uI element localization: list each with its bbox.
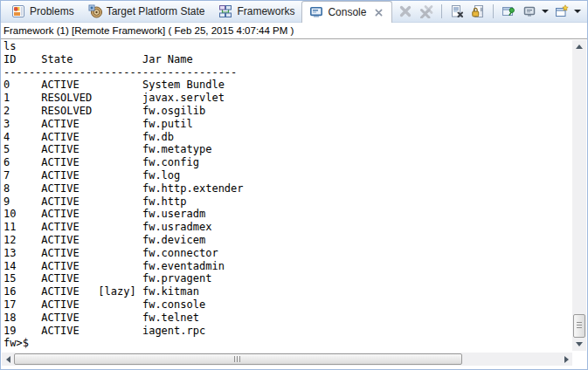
display-console-dropdown-icon[interactable]: [542, 10, 549, 13]
pin-console-icon[interactable]: [501, 3, 516, 19]
vertical-scrollbar[interactable]: [572, 40, 586, 351]
open-console-dropdown-icon[interactable]: [574, 10, 581, 13]
console-title-line: Framework (1) [Remote Framework] ( Feb 2…: [1, 23, 587, 39]
scroll-up-icon[interactable]: [572, 40, 586, 53]
display-selected-console-icon[interactable]: [522, 3, 537, 19]
remove-all-terminated-icon[interactable]: [419, 3, 434, 19]
scroll-down-icon[interactable]: [572, 338, 586, 351]
tab-target-platform-state[interactable]: Target Platform State: [81, 1, 212, 22]
vertical-scrollbar-thumb[interactable]: [573, 314, 585, 338]
horizontal-scrollbar-thumb[interactable]: [14, 353, 462, 365]
problems-icon: [11, 4, 25, 18]
scroll-lock-icon[interactable]: [470, 3, 486, 19]
console-toolbar: [392, 1, 588, 22]
console-view-window: Problems Target Platform State Framework…: [0, 0, 588, 370]
tab-label: Console: [328, 6, 366, 18]
tab-frameworks[interactable]: Frameworks: [211, 1, 301, 22]
open-console-icon[interactable]: [554, 3, 570, 19]
tab-problems[interactable]: Problems: [4, 1, 81, 22]
toolbar-separator: [441, 4, 442, 18]
tab-console[interactable]: Console: [301, 1, 392, 23]
tab-label: Frameworks: [237, 5, 294, 17]
console-icon: [309, 5, 323, 19]
scroll-right-icon[interactable]: [560, 353, 572, 366]
horizontal-scrollbar[interactable]: [2, 353, 572, 366]
console-output-area: ls ID State Jar Name -------------------…: [1, 39, 587, 369]
clear-console-icon[interactable]: [449, 3, 465, 19]
close-icon[interactable]: [373, 7, 384, 18]
console-text[interactable]: ls ID State Jar Name -------------------…: [1, 39, 570, 350]
tab-label: Target Platform State: [107, 5, 205, 17]
view-tab-bar: Problems Target Platform State Framework…: [1, 1, 587, 23]
target-platform-state-icon: [88, 4, 102, 18]
toolbar-separator: [493, 4, 494, 18]
frameworks-icon: [218, 4, 232, 18]
tab-label: Problems: [30, 5, 74, 17]
scroll-left-icon[interactable]: [2, 353, 14, 366]
remove-launch-icon[interactable]: [398, 3, 413, 19]
